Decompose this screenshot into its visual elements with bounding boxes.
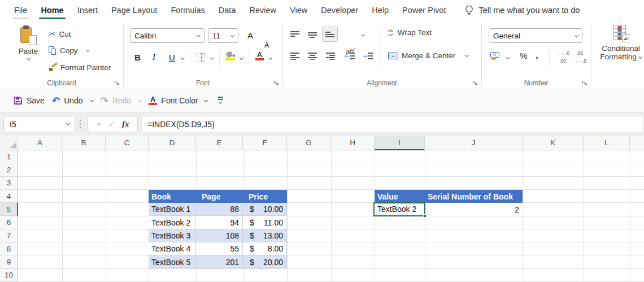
name-box[interactable]: I5	[3, 116, 75, 132]
borders-button[interactable]	[197, 53, 205, 62]
column-header-f[interactable]: F	[243, 136, 287, 150]
conditional-formatting-button[interactable]: ≠ Conditional Formatting	[599, 25, 643, 61]
bottom-align-button[interactable]	[322, 27, 338, 42]
undo-button[interactable]: ↶ Undo	[52, 96, 93, 106]
row-header-3[interactable]: 3	[0, 177, 18, 190]
customize-qat-icon[interactable]	[218, 97, 223, 105]
cell-f6[interactable]: $11.00	[243, 216, 287, 229]
select-all-button[interactable]	[0, 136, 18, 150]
tab-file[interactable]: File	[7, 0, 34, 20]
column-header-b[interactable]: B	[62, 136, 106, 150]
italic-button[interactable]: I	[153, 53, 155, 62]
cell-d9[interactable]: TextBook 5	[149, 255, 196, 268]
row-header-1[interactable]: 1	[0, 150, 18, 163]
cell-f8[interactable]: $8.00	[243, 242, 287, 255]
cell-f7[interactable]: $13.00	[243, 229, 287, 242]
save-button[interactable]: Save	[14, 96, 45, 105]
redo-button[interactable]: ↷ Redo	[101, 96, 142, 106]
number-dialog-launcher-icon[interactable]	[582, 80, 588, 86]
center-button[interactable]	[308, 53, 317, 60]
book-table-header[interactable]: Page	[196, 190, 243, 203]
tab-developer[interactable]: Developer	[314, 0, 365, 20]
qat-font-color-button[interactable]: A Font Color	[149, 96, 207, 105]
borders-dropdown-icon[interactable]	[210, 56, 214, 60]
wrap-text-button[interactable]: ab c↵ Wrap Text	[388, 28, 432, 37]
column-header-a[interactable]: A	[18, 136, 62, 150]
alignment-dialog-launcher-icon[interactable]	[472, 80, 478, 86]
row-header-2[interactable]: 2	[0, 163, 18, 176]
increase-decimal-button[interactable]: ←←.0 .00	[556, 51, 569, 63]
lookup-table-header[interactable]: Value	[375, 190, 425, 203]
column-header-k[interactable]: K	[523, 136, 584, 150]
column-header-e[interactable]: E	[196, 136, 243, 150]
cell-d5[interactable]: TextBook 1	[149, 203, 196, 216]
increase-indent-button[interactable]: →	[363, 53, 373, 59]
tab-insert[interactable]: Insert	[71, 0, 105, 20]
top-align-button[interactable]	[290, 31, 299, 38]
cell-d6[interactable]: TextBook 2	[149, 216, 196, 229]
copy-button[interactable]: Copy	[49, 46, 89, 55]
cell-d7[interactable]: TextBook 3	[149, 229, 196, 242]
tell-me-box[interactable]: Tell me what you want to do	[465, 5, 580, 16]
cell-f5[interactable]: $10.00	[243, 203, 287, 216]
percent-style-button[interactable]: %	[520, 51, 527, 60]
underline-dropdown-icon[interactable]	[181, 56, 185, 60]
row-header-7[interactable]: 7	[0, 229, 18, 242]
column-header-partial[interactable]	[630, 136, 644, 150]
increase-font-size-button[interactable]: A	[247, 31, 644, 40]
accounting-dropdown-icon[interactable]	[506, 55, 510, 59]
enter-icon[interactable]: ✓	[108, 120, 115, 128]
book-table-header[interactable]: Price	[243, 190, 287, 203]
accounting-format-button[interactable]	[490, 52, 501, 60]
fill-color-dropdown-icon[interactable]	[240, 56, 243, 60]
tab-help[interactable]: Help	[365, 0, 395, 20]
format-painter-button[interactable]: Format Painter	[49, 63, 111, 72]
decrease-indent-button[interactable]: ←	[345, 53, 355, 59]
row-header-5[interactable]: 5	[0, 203, 18, 216]
cell-e9[interactable]: 201	[196, 255, 243, 268]
middle-align-button[interactable]	[308, 31, 317, 38]
cell-i5-selected[interactable]: TextBook 2	[375, 203, 425, 216]
cell-grid[interactable]	[18, 150, 644, 282]
tab-data[interactable]: Data	[212, 0, 243, 20]
merge-center-button[interactable]: ↔ Merge & Center	[388, 51, 468, 60]
comma-style-button[interactable]: ,	[536, 50, 538, 61]
decrease-decimal-button[interactable]: .00 →→.0	[573, 51, 586, 63]
column-header-c[interactable]: C	[106, 136, 149, 150]
row-header-10[interactable]: 10	[0, 269, 18, 282]
cell-j5[interactable]: 2	[425, 203, 523, 216]
fill-color-button[interactable]	[225, 52, 235, 60]
row-header-9[interactable]: 9	[0, 255, 18, 268]
cell-e5[interactable]: 88	[196, 203, 243, 216]
row-header-6[interactable]: 6	[0, 216, 18, 229]
column-header-d[interactable]: D	[149, 136, 196, 150]
font-name-combo[interactable]: Calibri	[130, 28, 204, 43]
column-header-h[interactable]: H	[331, 136, 375, 150]
tab-formulas[interactable]: Formulas	[164, 0, 211, 20]
cut-button[interactable]: ✂ Cut	[49, 30, 71, 38]
tab-home[interactable]: Home	[34, 0, 70, 20]
column-header-g[interactable]: G	[287, 136, 331, 150]
underline-button[interactable]: U	[169, 53, 175, 62]
tab-power-pivot[interactable]: Power Pivot	[395, 0, 452, 20]
book-table-header[interactable]: Book	[149, 190, 196, 203]
cell-d8[interactable]: TextBook 4	[149, 242, 196, 255]
bold-button[interactable]: B	[134, 53, 141, 62]
column-header-j[interactable]: J	[425, 136, 523, 150]
number-format-combo[interactable]: General	[489, 28, 582, 43]
cell-e8[interactable]: 55	[196, 242, 243, 255]
cell-e7[interactable]: 108	[196, 229, 243, 242]
font-color-dropdown-icon[interactable]	[268, 56, 272, 60]
column-header-i[interactable]: I	[375, 136, 425, 150]
font-dialog-launcher-icon[interactable]	[273, 80, 279, 86]
align-right-button[interactable]	[326, 53, 335, 60]
row-header-4[interactable]: 4	[0, 190, 18, 203]
paste-button[interactable]: Paste	[12, 26, 44, 61]
align-left-button[interactable]	[290, 53, 299, 60]
row-header-8[interactable]: 8	[0, 242, 18, 255]
cell-e6[interactable]: 94	[196, 216, 243, 229]
formula-input[interactable]: =INDEX(D5:D9,J5)	[141, 116, 644, 132]
tab-page-layout[interactable]: Page Layout	[105, 0, 164, 20]
cell-f9[interactable]: $20.00	[243, 255, 287, 268]
font-color-button[interactable]: A	[255, 52, 264, 60]
